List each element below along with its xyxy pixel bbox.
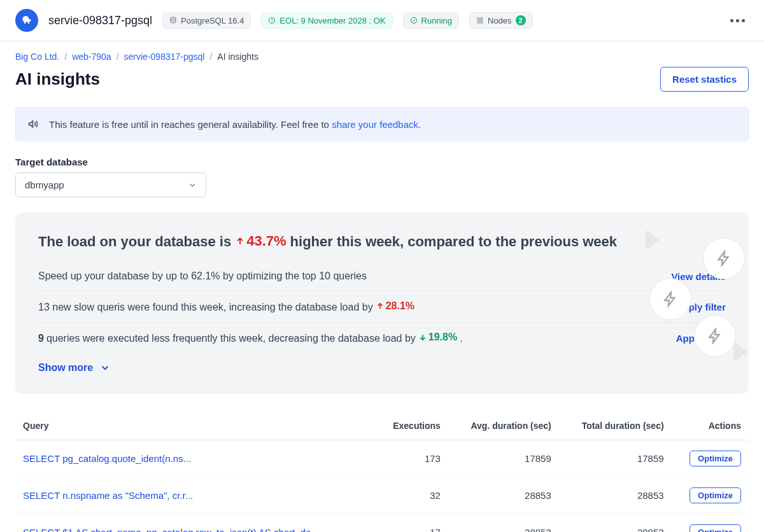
svg-point-0: [171, 17, 176, 19]
more-menu[interactable]: [726, 15, 749, 26]
ga-banner: This feature is free until in reaches ge…: [15, 107, 749, 141]
chevron-down-icon: [99, 362, 111, 374]
col-total-duration[interactable]: Total duration (sec): [559, 412, 672, 440]
col-avg-duration[interactable]: Avg. duration (sec): [448, 412, 559, 440]
table-row: SELECT pg_catalog.quote_ident(n.ns...173…: [15, 440, 749, 477]
cell-avg: 17859: [448, 440, 559, 477]
query-link[interactable]: SELECT n.nspname as "Schema", cr.r...: [23, 490, 193, 501]
check-circle-icon: [410, 17, 418, 24]
headline-pct: 43.7%: [235, 233, 286, 249]
target-db-select[interactable]: dbmyapp: [15, 172, 206, 197]
crumb-project[interactable]: web-790a: [72, 52, 111, 62]
arrow-up-icon: [235, 236, 245, 246]
elephant-icon: [20, 14, 33, 27]
banner-text: This feature is free until in reaches ge…: [49, 119, 421, 130]
cell-total: 28853: [559, 514, 672, 533]
feedback-link[interactable]: share your feedback: [332, 119, 418, 130]
target-db-label: Target database: [15, 157, 749, 167]
crumb-current: AI insights: [217, 52, 258, 62]
cell-executions: 173: [376, 440, 448, 477]
pct-up: 28.1%: [376, 300, 414, 312]
summary-row: 13 new slow queris were found this week,…: [38, 291, 726, 323]
node-count: 2: [516, 15, 526, 25]
cell-total: 28853: [559, 477, 672, 514]
eol-badge: EOL: 9 November 2028 : OK: [261, 13, 392, 29]
reset-statistics-button[interactable]: Reset stastics: [660, 67, 749, 92]
summary-headline: The load on your database is 43.7% highe…: [38, 233, 726, 250]
clock-icon: [268, 17, 276, 24]
optimize-button[interactable]: Optimize: [690, 487, 741, 503]
crumb-service[interactable]: servie-098317-pgsql: [124, 52, 205, 62]
cell-avg: 28853: [448, 514, 559, 533]
show-more-button[interactable]: Show more: [38, 362, 111, 374]
cell-avg: 28853: [448, 477, 559, 514]
col-executions[interactable]: Executions: [376, 412, 448, 440]
cell-executions: 32: [376, 477, 448, 514]
queries-table: Query Executions Avg. duration (sec) Tot…: [15, 412, 749, 532]
view-details-link[interactable]: View details: [671, 271, 726, 282]
chevron-down-icon: [188, 181, 197, 190]
summary-card: The load on your database is 43.7% highe…: [15, 213, 749, 394]
svg-point-2: [411, 18, 416, 24]
optimize-button[interactable]: Optimize: [690, 451, 741, 466]
svg-rect-4: [478, 21, 483, 23]
col-actions: Actions: [672, 412, 749, 440]
breadcrumb: Big Co Ltd. / web-790a / servie-098317-p…: [15, 52, 749, 62]
pct-down: 19.8%: [418, 332, 457, 343]
col-query[interactable]: Query: [15, 412, 376, 440]
service-name: servie-098317-pgsql: [48, 14, 152, 27]
optimize-button[interactable]: Optimize: [690, 524, 741, 532]
svg-rect-3: [478, 18, 483, 20]
cell-executions: 17: [376, 514, 448, 533]
page-title: AI insights: [15, 69, 100, 89]
apply-filter-link[interactable]: Apply filter: [676, 302, 726, 312]
cell-total: 17859: [559, 440, 672, 477]
database-icon: [169, 17, 177, 24]
query-link[interactable]: SELECT $1 AS chart_name, pg_catalog.row_…: [23, 527, 319, 532]
crumb-org[interactable]: Big Co Ltd.: [15, 52, 59, 62]
service-logo: [15, 9, 38, 32]
target-db-value: dbmyapp: [25, 179, 64, 190]
arrow-down-icon: [418, 333, 427, 342]
db-version-badge: PostgreSQL 16.4: [162, 13, 251, 29]
arrow-up-icon: [376, 302, 385, 311]
stack-icon: [476, 17, 484, 24]
apply-filter-link[interactable]: Apply filter: [676, 333, 726, 344]
summary-row: 9 queries were executed less frequently …: [38, 323, 726, 353]
nodes-badge: Nodes 2: [469, 12, 533, 29]
topbar: servie-098317-pgsql PostgreSQL 16.4 EOL:…: [0, 0, 764, 41]
summary-row: Speed up your database by up to 62.1% by…: [38, 262, 726, 291]
status-badge: Running: [403, 13, 459, 29]
query-link[interactable]: SELECT pg_catalog.quote_ident(n.ns...: [23, 453, 191, 464]
table-row: SELECT n.nspname as "Schema", cr.r...322…: [15, 477, 749, 514]
table-row: SELECT $1 AS chart_name, pg_catalog.row_…: [15, 514, 749, 533]
megaphone-icon: [27, 118, 40, 130]
